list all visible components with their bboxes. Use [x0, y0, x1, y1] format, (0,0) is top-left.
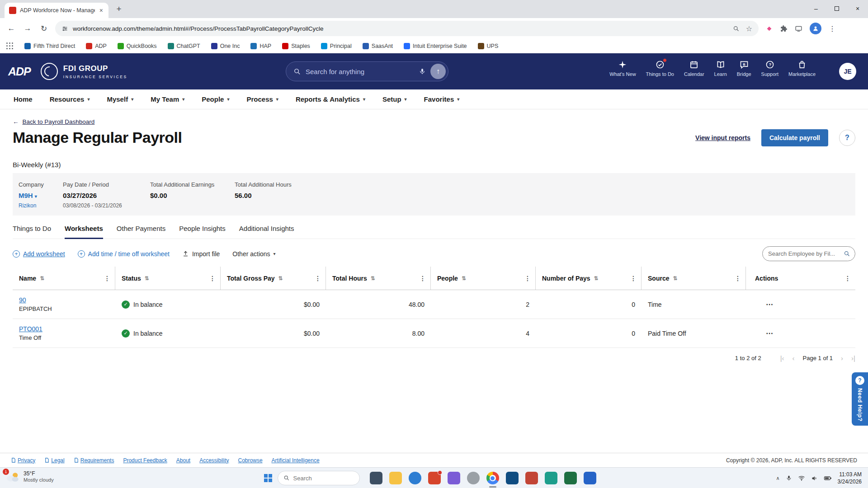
footer-link-about[interactable]: About — [176, 457, 190, 464]
column-header-people[interactable]: People⇅⋮ — [431, 267, 536, 290]
search-submit-button[interactable]: ↑ — [430, 64, 446, 79]
taskbar-app-icon[interactable] — [448, 472, 460, 484]
device-toolbar-icon[interactable] — [795, 25, 802, 33]
bookmark-item[interactable]: QuickBooks — [118, 43, 157, 49]
sort-icon[interactable]: ⇅ — [371, 275, 375, 282]
nav-item-favorites[interactable]: Favorites▾ — [424, 95, 460, 103]
close-window-button[interactable]: × — [847, 0, 868, 17]
sort-icon[interactable]: ⇅ — [673, 275, 677, 282]
footer-link-requirements[interactable]: Requirements — [74, 457, 114, 464]
nav-item-setup[interactable]: Setup▾ — [382, 95, 407, 103]
nav-item-home[interactable]: Home — [14, 95, 33, 103]
taskbar-search[interactable] — [278, 471, 360, 485]
column-menu-icon[interactable]: ⋮ — [315, 275, 321, 282]
help-button[interactable]: ? — [839, 130, 855, 146]
import-file-button[interactable]: Import file — [182, 250, 220, 258]
taskbar-app-icon[interactable] — [428, 472, 441, 484]
table-row[interactable]: PTO001 Time Off ✓ In balance $0.00 8.00 … — [13, 319, 855, 348]
taskbar-clock[interactable]: 11:03 AM 3/24/2026 — [838, 471, 862, 485]
tab-people-insights[interactable]: People Insights — [179, 225, 226, 239]
taskbar-app-icon[interactable] — [389, 472, 402, 484]
speaker-icon[interactable] — [811, 475, 818, 482]
column-menu-icon[interactable]: ⋮ — [844, 275, 851, 282]
column-menu-icon[interactable]: ⋮ — [630, 275, 637, 282]
tab-close-icon[interactable]: × — [99, 7, 104, 14]
taskbar-chrome-icon[interactable] — [486, 472, 499, 484]
column-header-source[interactable]: Source⇅⋮ — [642, 267, 746, 290]
table-row[interactable]: 90 EPIPBATCH ✓ In balance $0.00 48.00 2 … — [13, 290, 855, 319]
taskbar-app-icon[interactable] — [584, 472, 596, 484]
browser-tab[interactable]: ADP Workforce Now - Manage × — [5, 3, 108, 18]
bookmark-item[interactable]: One Inc — [211, 43, 240, 49]
extensions-puzzle-icon[interactable] — [780, 25, 788, 33]
taskbar-app-icon[interactable] — [506, 472, 519, 484]
column-header-actions[interactable]: Actions⋮ — [746, 267, 855, 290]
tab-additional-insights[interactable]: Additional Insights — [239, 225, 294, 239]
footer-link-legal[interactable]: Legal — [44, 457, 64, 464]
footer-link-cobrowse[interactable]: Cobrowse — [238, 457, 263, 464]
row-actions-menu-icon[interactable]: ⋯ — [746, 300, 855, 309]
taskbar-app-icon[interactable] — [525, 472, 538, 484]
need-help-button[interactable]: ? Need Help? — [852, 372, 868, 426]
column-header-name[interactable]: Name⇅⋮ — [13, 267, 115, 290]
column-menu-icon[interactable]: ⋮ — [104, 275, 110, 282]
weather-widget[interactable]: 1 35°F Mostly cloudy — [5, 470, 54, 483]
bookmark-item[interactable]: ChatGPT — [168, 43, 200, 49]
column-menu-icon[interactable]: ⋮ — [524, 275, 531, 282]
bookmark-star-icon[interactable]: ☆ — [746, 24, 752, 33]
tab-things-to-do[interactable]: Things to Do — [13, 225, 51, 239]
bookmark-item[interactable]: SaasAnt — [363, 43, 393, 49]
new-tab-button[interactable]: + — [113, 3, 125, 15]
footer-link-product-feedback[interactable]: Product Feedback — [123, 457, 167, 464]
column-menu-icon[interactable]: ⋮ — [420, 275, 426, 282]
row-actions-menu-icon[interactable]: ⋯ — [746, 329, 855, 338]
global-search-input[interactable] — [306, 68, 414, 75]
footer-link-artificial-intelligence[interactable]: Artificial Intelligence — [272, 457, 320, 464]
nav-item-resources[interactable]: Resources▾ — [50, 95, 90, 103]
sort-icon[interactable]: ⇅ — [594, 275, 599, 282]
footer-link-privacy[interactable]: Privacy — [11, 457, 35, 464]
start-button[interactable] — [264, 474, 272, 482]
calendar-button[interactable]: Calendar — [684, 60, 704, 77]
sort-icon[interactable]: ⇅ — [462, 275, 466, 282]
sort-icon[interactable]: ⇅ — [145, 275, 149, 282]
view-input-reports-link[interactable]: View input reports — [695, 134, 750, 141]
first-page-icon[interactable]: |‹ — [780, 354, 784, 362]
back-to-payroll-dashboard-link[interactable]: Back to Payroll Dashboard — [23, 118, 95, 125]
nav-item-reports-analytics[interactable]: Reports & Analytics▾ — [296, 95, 365, 103]
global-search[interactable]: ↑ — [286, 61, 448, 81]
wifi-icon[interactable] — [798, 474, 805, 482]
learn-button[interactable]: Learn — [714, 60, 727, 77]
footer-link-accessibility[interactable]: Accessibility — [199, 457, 229, 464]
taskbar-app-icon[interactable] — [467, 472, 480, 484]
column-header-total-gross-pay[interactable]: Total Gross Pay⇅⋮ — [221, 267, 326, 290]
column-menu-icon[interactable]: ⋮ — [735, 275, 741, 282]
employee-search[interactable] — [762, 246, 855, 261]
bookmark-item[interactable]: ADP — [86, 43, 107, 49]
last-page-icon[interactable]: ›| — [851, 354, 855, 362]
tab-other-payments[interactable]: Other Payments — [117, 225, 165, 239]
tray-expand-icon[interactable]: ∧ — [776, 475, 780, 481]
add-worksheet-button[interactable]: + Add worksheet — [13, 250, 65, 258]
site-settings-icon[interactable] — [61, 25, 68, 32]
sort-icon[interactable]: ⇅ — [278, 275, 283, 282]
nav-item-people[interactable]: People▾ — [202, 95, 229, 103]
employee-search-input[interactable] — [768, 250, 840, 257]
worksheet-link[interactable]: PTO001 — [19, 325, 42, 333]
marketplace-button[interactable]: Marketplace — [788, 60, 816, 77]
pink-extension-icon[interactable] — [766, 25, 773, 32]
mic-icon[interactable] — [419, 68, 426, 75]
maximize-button[interactable] — [826, 0, 847, 17]
nav-item-my-team[interactable]: My Team▾ — [151, 95, 184, 103]
reload-button[interactable]: ↻ — [36, 21, 52, 36]
omnibox[interactable]: ☆ — [55, 21, 759, 36]
bookmark-item[interactable]: UPS — [478, 43, 499, 49]
mic-icon[interactable] — [786, 475, 792, 481]
taskbar-app-icon[interactable] — [409, 472, 421, 484]
minimize-button[interactable]: – — [806, 0, 826, 17]
nav-item-myself[interactable]: Myself▾ — [107, 95, 133, 103]
previous-page-icon[interactable]: ‹ — [793, 354, 795, 362]
nav-item-process[interactable]: Process▾ — [246, 95, 278, 103]
support-button[interactable]: ? Support — [761, 60, 779, 77]
bookmark-item[interactable]: Principal — [321, 43, 352, 49]
